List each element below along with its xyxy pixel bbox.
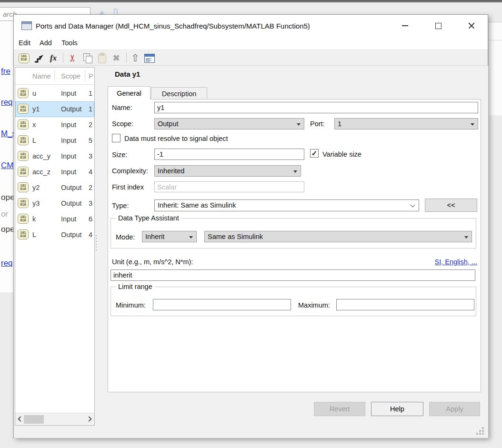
mode-dropdown[interactable]: Inherit [142,231,197,242]
unit-help-link[interactable]: SI, English, ... [435,258,477,266]
complexity-dropdown[interactable]: Inherited [154,165,301,177]
maximize-button[interactable] [431,19,445,33]
table-row[interactable]: xInput2 [15,117,94,133]
assistant-type-dropdown[interactable]: Same as Simulink [204,231,472,242]
size-input[interactable] [154,149,304,160]
scroll-right-icon[interactable] [86,416,91,421]
complexity-label: Complexity: [112,167,148,175]
column-header-scope[interactable]: Scope [61,68,80,85]
properties-icon[interactable] [143,52,156,64]
data-type-assistant-group: Data Type Assistant Mode: Inherit Same a… [110,218,476,249]
background-link[interactable]: req [1,98,13,107]
scroll-left-icon[interactable] [18,416,23,421]
type-label: Type: [112,202,129,209]
name-input[interactable] [154,102,478,113]
variable-size-checkbox[interactable] [310,149,319,158]
table-row[interactable]: LInput5 [15,133,94,149]
unit-label: Unit (e.g., m, m/s^2, N*m): [112,258,193,266]
close-button[interactable] [464,19,479,33]
title-bar[interactable]: Ports and Data Manager (Mdl_HCM_sinus_Sc… [14,15,488,36]
add-data-icon[interactable] [18,52,30,64]
maximum-label: Maximum: [298,301,330,309]
background-right-panel [489,22,502,115]
table-row[interactable]: uInput1 [15,86,94,101]
add-function-icon[interactable] [47,52,60,64]
table-row[interactable]: kInput6 [15,211,94,227]
table-row[interactable]: LOutput4 [15,227,94,243]
minimum-input[interactable] [153,299,291,310]
dropdown-arrow-icon [293,170,297,173]
background-link[interactable]: req [1,259,13,268]
menu-add[interactable]: Add [38,37,54,49]
dropdown-arrow-icon [464,236,468,239]
toolbar [14,50,488,66]
data-icon [18,119,29,129]
maximum-input[interactable] [336,299,474,310]
paste-icon[interactable] [96,52,108,64]
help-button[interactable]: Help [371,402,423,416]
form-heading: Data y1 [115,70,140,78]
horizontal-scrollbar[interactable] [15,413,94,425]
background-text: or [1,209,8,219]
apply-button: Apply [429,402,480,416]
dropdown-arrow-icon [471,123,474,126]
table-rows: uInput1 y1Output1 xInput2 LInput5 acc_yI… [15,86,94,243]
cut-icon[interactable] [66,52,79,64]
resolve-signal-checkbox[interactable] [112,134,120,142]
name-label: Name: [112,104,132,111]
data-icon [18,104,29,114]
add-input-trigger-icon[interactable] [33,52,45,64]
limit-range-group: Limit range Minimum: Maximum: [110,287,476,316]
data-type-assistant-title: Data Type Assistant [116,214,181,222]
background-text: ope [1,225,14,234]
column-header-name[interactable]: Name [32,68,51,85]
scope-dropdown[interactable]: Output [154,118,304,129]
first-index-input [154,181,304,192]
background-text: ope [1,193,14,202]
table-row[interactable]: y2Output2 [15,180,94,196]
ports-and-data-manager-window: Ports and Data Manager (Mdl_HCM_sinus_Sc… [13,14,488,438]
menu-edit[interactable]: Edit [17,37,32,49]
unit-input[interactable] [110,269,475,281]
first-index-label: First index [112,183,144,191]
port-label: Port: [310,120,325,128]
menu-tools[interactable]: Tools [60,37,80,49]
scrollbar-thumb[interactable] [24,415,44,424]
data-icon [18,135,29,145]
screen: fre req M_s CM_ ope or ope req Ports and… [0,0,502,448]
port-dropdown[interactable]: 1 [334,118,478,129]
general-tab-panel: Name: Scope: Output Port: 1 Data must re… [108,99,481,392]
data-icon [18,229,29,239]
window-title: Ports and Data Manager (Mdl_HCM_sinus_Sc… [36,15,310,36]
app-icon [21,21,32,30]
revert-button: Revert [314,402,365,416]
tab-description[interactable]: Description [151,87,207,100]
collapse-assistant-button[interactable]: << [425,199,477,212]
background-link[interactable]: fre [1,67,10,76]
tab-general[interactable]: General [108,86,151,100]
minimize-button[interactable] [398,19,412,33]
table-header: Name Scope P [15,68,94,85]
table-row[interactable]: acc_zInput4 [15,164,94,180]
dropdown-arrow-icon [297,123,301,126]
scope-label: Scope: [112,120,133,128]
table-row[interactable]: y3Output3 [15,196,94,211]
move-up-icon[interactable] [129,52,141,64]
delete-icon[interactable] [110,52,122,64]
data-icon [18,167,29,177]
menu-bar: Edit Add Tools [14,36,488,50]
table-row-selected[interactable]: y1Output1 [15,101,94,117]
size-label: Size: [112,151,127,159]
table-row[interactable]: acc_yInput3 [15,149,94,164]
data-icon [18,88,29,98]
mode-label: Mode: [116,233,135,241]
copy-icon[interactable] [81,52,94,64]
type-combobox[interactable]: Inherit: Same as Simulink [154,199,419,211]
resolve-signal-label: Data must resolve to signal object [124,135,228,142]
resize-grip[interactable] [473,426,484,435]
combo-chevron-icon [411,203,415,208]
background-left-panel [0,21,13,292]
panel-splitter-handle[interactable] [96,235,97,250]
ports-table: Name Scope P uInput1 y1Output1 xInput2 L… [15,67,95,426]
column-header-port[interactable]: P [89,68,93,85]
